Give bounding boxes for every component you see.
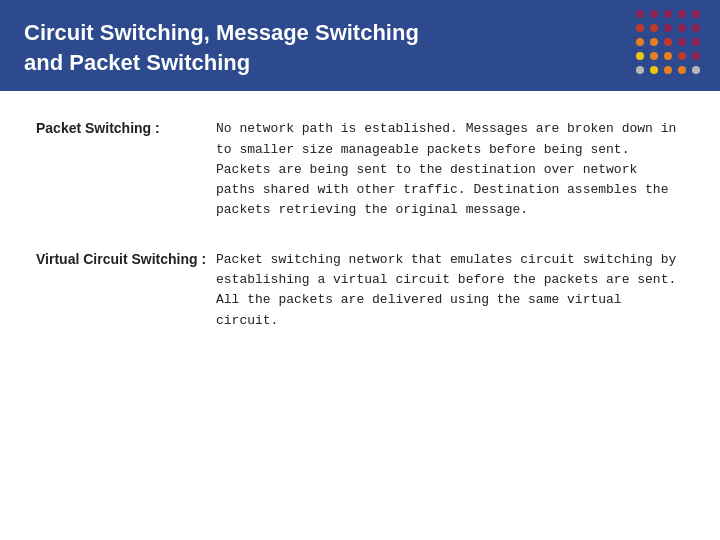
dot-3 — [678, 10, 686, 18]
dot-23 — [678, 66, 686, 74]
dot-10 — [636, 38, 644, 46]
dot-8 — [678, 24, 686, 32]
dot-19 — [692, 52, 700, 60]
dot-6 — [650, 24, 658, 32]
title-line2: and Packet Switching — [24, 50, 250, 75]
dot-5 — [636, 24, 644, 32]
dot-13 — [678, 38, 686, 46]
dot-0 — [636, 10, 644, 18]
dot-2 — [664, 10, 672, 18]
title-line1: Circuit Switching, Message Switching — [24, 20, 419, 45]
content-area: Packet Switching :No network path is est… — [0, 91, 720, 380]
section-1: Virtual Circuit Switching :Packet switch… — [36, 250, 684, 331]
dot-1 — [650, 10, 658, 18]
section-text-1: Packet switching network that emulates c… — [216, 250, 684, 331]
dot-17 — [664, 52, 672, 60]
dot-21 — [650, 66, 658, 74]
slide-title: Circuit Switching, Message Switching and… — [24, 18, 544, 77]
dot-14 — [692, 38, 700, 46]
dot-12 — [664, 38, 672, 46]
dot-4 — [692, 10, 700, 18]
header: Circuit Switching, Message Switching and… — [0, 0, 720, 91]
section-label-0: Packet Switching : — [36, 119, 216, 136]
dot-decoration — [636, 10, 702, 76]
dot-11 — [650, 38, 658, 46]
section-0: Packet Switching :No network path is est… — [36, 119, 684, 220]
dot-7 — [664, 24, 672, 32]
section-label-1: Virtual Circuit Switching : — [36, 250, 216, 267]
dot-9 — [692, 24, 700, 32]
dot-15 — [636, 52, 644, 60]
dot-20 — [636, 66, 644, 74]
dot-22 — [664, 66, 672, 74]
dot-16 — [650, 52, 658, 60]
section-text-0: No network path is established. Messages… — [216, 119, 684, 220]
dot-24 — [692, 66, 700, 74]
slide: Circuit Switching, Message Switching and… — [0, 0, 720, 540]
dot-18 — [678, 52, 686, 60]
